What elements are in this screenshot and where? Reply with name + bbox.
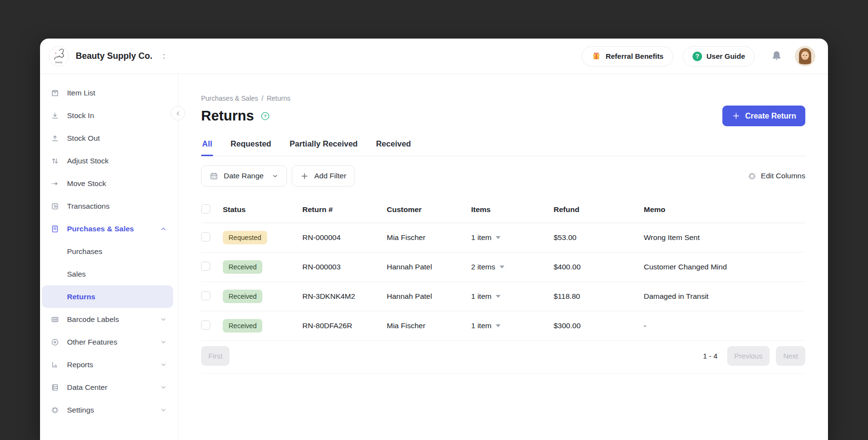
data-center-icon [51, 383, 59, 392]
tab-partially-received[interactable]: Partially Received [288, 139, 358, 156]
row-checkbox-cell [201, 262, 223, 273]
sidebar-item-label: Stock Out [67, 134, 167, 143]
company-logo: beauty [49, 46, 69, 67]
cell-items: 1 item [471, 321, 554, 330]
table-row[interactable]: ReceivedRN-3DKNK4M2Hannah Patel1 item$11… [201, 282, 805, 311]
table-row[interactable]: ReceivedRN-000003Hannah Patel2 items$400… [201, 253, 805, 282]
status-badge: Received [223, 319, 262, 333]
chevron-down-icon [160, 338, 167, 346]
svg-text:?: ? [264, 113, 267, 119]
move-stock-icon [51, 179, 59, 188]
app-window: beauty Beauty Supply Co. [40, 39, 828, 440]
cell-customer: Hannah Patel [387, 292, 471, 301]
select-all-checkbox[interactable] [201, 204, 210, 213]
cell-items: 2 items [471, 263, 554, 271]
caret-down-icon [496, 324, 501, 327]
column-header-status: Status [223, 205, 302, 214]
user-avatar[interactable] [795, 46, 815, 67]
returns-table: StatusReturn #CustomerItemsRefundMemo Re… [201, 197, 805, 341]
sidebar-item-label: Other Features [67, 338, 160, 347]
cell-memo: Wrong Item Sent [644, 233, 805, 242]
sidebar-item-data-center[interactable]: Data Center [40, 376, 178, 399]
cell-memo: Customer Changed Mind [644, 263, 805, 271]
cell-status: Requested [223, 231, 302, 244]
column-header-memo: Memo [644, 205, 805, 214]
referral-benefits-button[interactable]: Referral Benefits [582, 46, 673, 67]
help-icon[interactable]: ? [260, 111, 271, 121]
items-dropdown[interactable]: 2 items [471, 263, 554, 271]
first-page-button[interactable]: First [201, 346, 230, 366]
chevron-down-icon [160, 316, 167, 323]
filter-bar: Date Range Add Filter [201, 165, 805, 187]
sidebar-item-purchases-sales[interactable]: Purchases & Sales [40, 217, 178, 240]
items-dropdown[interactable]: 1 item [471, 292, 554, 301]
cell-return-number: RN-000004 [302, 233, 387, 242]
row-checkbox-cell [201, 291, 223, 302]
main-content: Purchases & Sales / Returns Returns ? [178, 74, 828, 440]
cell-refund: $118.80 [554, 292, 644, 301]
add-filter-button[interactable]: Add Filter [292, 165, 354, 187]
cell-status: Received [223, 319, 302, 333]
breadcrumb-parent[interactable]: Purchases & Sales [201, 94, 258, 102]
gear-icon [747, 172, 757, 181]
settings-icon [51, 406, 59, 414]
workspace-switcher[interactable]: beauty Beauty Supply Co. [49, 46, 169, 67]
tab-all[interactable]: All [201, 139, 213, 156]
sidebar-item-settings[interactable]: Settings [40, 399, 178, 421]
items-dropdown[interactable]: 1 item [471, 321, 554, 330]
table-row[interactable]: ReceivedRN-80DFA26RMia Fischer1 item$300… [201, 311, 805, 341]
sidebar-item-reports[interactable]: Reports [40, 353, 178, 376]
stock-out-icon [51, 134, 59, 143]
date-range-filter[interactable]: Date Range [201, 165, 287, 187]
cell-refund: $400.00 [554, 263, 644, 271]
tab-requested[interactable]: Requested [230, 139, 272, 156]
edit-columns-button[interactable]: Edit Columns [747, 172, 805, 181]
sidebar-item-other-features[interactable]: Other Features [40, 331, 178, 353]
chevron-down-icon [160, 406, 167, 414]
items-dropdown[interactable]: 1 item [471, 233, 554, 242]
sidebar-item-label: Settings [67, 406, 160, 414]
tab-received[interactable]: Received [375, 139, 412, 156]
sidebar-item-item-list[interactable]: Item List [40, 81, 178, 104]
sidebar-item-label: Sales [67, 270, 167, 279]
user-guide-label: User Guide [706, 52, 745, 60]
pagination: First 1 - 4 Previous Next [201, 346, 805, 373]
sidebar-item-label: Purchases & Sales [67, 225, 160, 233]
sidebar-item-label: Stock In [67, 111, 167, 120]
sidebar-item-sales[interactable]: Sales [40, 263, 178, 285]
row-checkbox[interactable] [201, 232, 210, 241]
sidebar-item-barcode-labels[interactable]: Barcode Labels [40, 308, 178, 331]
sidebar-nav: Item ListStock InStock OutAdjust StockMo… [40, 81, 178, 421]
sidebar-item-adjust-stock[interactable]: Adjust Stock [40, 149, 178, 172]
table-row[interactable]: RequestedRN-000004Mia Fischer1 item$53.0… [201, 223, 805, 253]
adjust-stock-icon [51, 157, 59, 165]
table-body: RequestedRN-000004Mia Fischer1 item$53.0… [201, 223, 805, 341]
sidebar-item-stock-out[interactable]: Stock Out [40, 127, 178, 149]
next-page-button[interactable]: Next [776, 346, 805, 366]
item-list-icon [51, 89, 59, 97]
status-badge: Received [223, 260, 262, 274]
row-checkbox[interactable] [201, 262, 210, 271]
sidebar-item-returns[interactable]: Returns [42, 285, 173, 308]
sidebar-item-label: Transactions [67, 202, 167, 211]
sidebar-item-label: Barcode Labels [67, 315, 160, 324]
breadcrumb-current: Returns [267, 94, 290, 102]
create-return-button[interactable]: Create Return [722, 106, 805, 126]
user-guide-button[interactable]: ? User Guide [683, 46, 755, 67]
row-checkbox[interactable] [201, 291, 210, 300]
sidebar-item-transactions[interactable]: Transactions [40, 195, 178, 217]
chevron-down-icon [160, 361, 167, 369]
notifications-button[interactable] [770, 50, 783, 63]
collapse-sidebar-button[interactable] [171, 106, 185, 120]
cell-customer: Mia Fischer [387, 321, 471, 330]
caret-down-icon [496, 295, 501, 298]
cell-refund: $53.00 [554, 233, 644, 242]
purchases-sales-icon [51, 225, 59, 233]
row-checkbox[interactable] [201, 320, 210, 330]
previous-page-button[interactable]: Previous [727, 346, 770, 366]
tab-bar: AllRequestedPartially ReceivedReceived [201, 139, 805, 156]
sidebar-item-stock-in[interactable]: Stock In [40, 104, 178, 127]
breadcrumb: Purchases & Sales / Returns [201, 94, 805, 102]
sidebar-item-purchases[interactable]: Purchases [40, 240, 178, 263]
sidebar-item-move-stock[interactable]: Move Stock [40, 172, 178, 195]
